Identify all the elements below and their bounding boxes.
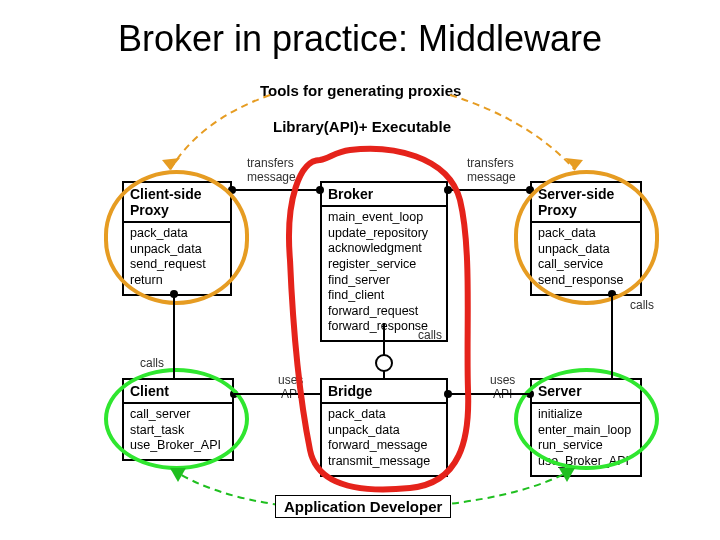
box-title: Broker [322,183,446,207]
box-title: Bridge [322,380,446,404]
svg-point-7 [376,355,392,371]
conn-label: calls [140,356,164,370]
op: send_request [130,257,224,273]
label-tools: Tools for generating proxies [260,82,461,99]
page-title: Broker in practice: Middleware [0,18,720,60]
box-ops: pack_data unpack_data call_service send_… [532,223,640,294]
uml-dot [526,390,534,398]
op: update_repository [328,226,440,242]
op: transmit_message [328,454,440,470]
op: call_server [130,407,226,423]
op: enter_main_loop [538,423,634,439]
conn-label: calls [630,298,654,312]
conn-label: calls [418,328,442,342]
box-ops: initialize enter_main_loop run_service u… [532,404,640,475]
op: call_service [538,257,634,273]
label-library: Library(API)+ Executable [273,118,451,135]
box-title: Client [124,380,232,404]
box-ops: main_event_loop update_repository acknow… [322,207,446,340]
op: main_event_loop [328,210,440,226]
svg-marker-10 [565,158,583,170]
svg-marker-9 [162,158,180,170]
box-title: Client-side Proxy [124,183,230,223]
uml-dot [608,290,616,298]
op: use_Broker_API [130,438,226,454]
conn-label: transfers message [467,156,516,184]
conn-label: transfers message [247,156,296,184]
op: pack_data [130,226,224,242]
op: run_service [538,438,634,454]
box-title: Server [532,380,640,404]
op: return [130,273,224,289]
uml-dot [230,390,238,398]
uml-dot [444,390,452,398]
op: find_server [328,273,440,289]
box-client: Client call_server start_task use_Broker… [122,378,234,461]
box-broker: Broker main_event_loop update_repository… [320,181,448,342]
op: unpack_data [538,242,634,258]
op: initialize [538,407,634,423]
uml-dot [170,290,178,298]
op: acknowledgment [328,241,440,257]
box-client-proxy: Client-side Proxy pack_data unpack_data … [122,181,232,296]
box-ops: call_server start_task use_Broker_API [124,404,232,459]
op: pack_data [538,226,634,242]
op: send_response [538,273,634,289]
svg-marker-11 [170,468,186,482]
uml-dot [228,186,236,194]
op: unpack_data [130,242,224,258]
op: pack_data [328,407,440,423]
uml-dot [526,186,534,194]
op: unpack_data [328,423,440,439]
op: forward_message [328,438,440,454]
box-title: Server-side Proxy [532,183,640,223]
op: register_service [328,257,440,273]
op: start_task [130,423,226,439]
op: find_client [328,288,440,304]
op: forward_request [328,304,440,320]
box-ops: pack_data unpack_data forward_message tr… [322,404,446,475]
conn-label: uses API [490,373,515,401]
label-app-developer: Application Developer [275,495,451,518]
box-bridge: Bridge pack_data unpack_data forward_mes… [320,378,448,477]
box-server: Server initialize enter_main_loop run_se… [530,378,642,477]
box-server-proxy: Server-side Proxy pack_data unpack_data … [530,181,642,296]
uml-dot [444,186,452,194]
conn-label: uses API [278,373,303,401]
op: use_Broker_API [538,454,634,470]
uml-dot [316,186,324,194]
box-ops: pack_data unpack_data send_request retur… [124,223,230,294]
